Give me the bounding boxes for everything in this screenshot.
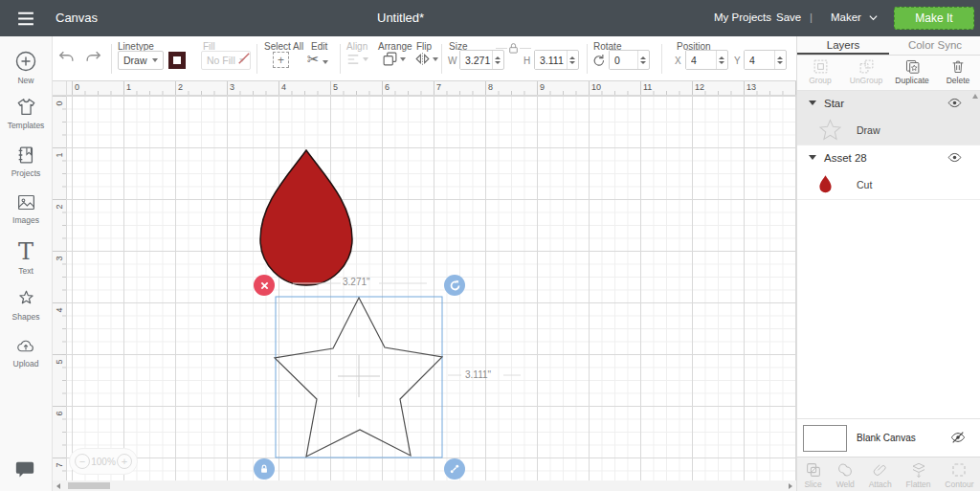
linetype-color-swatch[interactable] [168, 52, 186, 69]
sidebar-item-projects[interactable]: Projects [0, 132, 52, 180]
slice-button[interactable]: Slice [804, 458, 821, 491]
align-icon[interactable] [345, 53, 368, 66]
hamburger-menu-icon[interactable] [13, 8, 38, 29]
document-title: Untitled* [377, 11, 424, 25]
action-label: Duplicate [895, 76, 928, 85]
lock-icon [258, 463, 270, 475]
tab-layers[interactable]: Layers [797, 36, 889, 55]
trash-icon [950, 58, 966, 75]
plus-circle-icon [14, 50, 37, 73]
height-stepper[interactable] [567, 51, 577, 69]
select-all-label: Select All [264, 41, 303, 52]
image-icon [15, 192, 37, 212]
rotate-selection-handle[interactable] [444, 275, 465, 296]
height-input[interactable] [535, 51, 567, 69]
zoom-in-button[interactable]: + [117, 454, 132, 469]
sidebar-item-label: Shapes [12, 312, 40, 322]
eye-icon[interactable] [947, 96, 962, 114]
attach-button[interactable]: Attach [869, 458, 892, 491]
h-ruler-number: 4 [281, 82, 286, 92]
y-stepper[interactable] [774, 51, 785, 69]
attach-icon [873, 461, 888, 479]
linetype-value: Draw [123, 55, 147, 66]
layer-row[interactable]: Cut [797, 169, 980, 199]
contour-button[interactable]: Contour [945, 458, 973, 491]
sidebar-item-new[interactable]: New [0, 36, 52, 84]
layer-group-header[interactable]: Star [797, 91, 980, 115]
zoom-out-button[interactable]: − [75, 454, 90, 469]
lock-aspect-handle[interactable] [254, 458, 275, 480]
sidebar-item-upload[interactable]: Upload [0, 324, 52, 371]
select-all-icon[interactable]: + [273, 52, 289, 68]
scroll-left-arrow-icon[interactable] [56, 483, 60, 489]
x-position-input[interactable] [686, 51, 716, 69]
h-ruler-number: 3 [230, 82, 234, 92]
sidebar-item-images[interactable]: Images [0, 180, 52, 228]
arrange-icon[interactable] [382, 51, 406, 67]
blank-canvas-row[interactable]: Blank Canvas [797, 418, 980, 457]
canvas-grid[interactable]: 3.271" 3.111" [67, 96, 796, 480]
linetype-dropdown[interactable]: Draw [118, 51, 164, 70]
resize-selection-handle[interactable] [444, 458, 465, 480]
weld-button[interactable]: Weld [836, 458, 855, 491]
v-ruler-number: 6 [55, 408, 64, 420]
duplicate-button[interactable]: Duplicate [889, 56, 935, 90]
sidebar-item-text[interactable]: TText [0, 228, 52, 276]
v-ruler-number: 5 [55, 356, 64, 368]
scissors-edit-icon[interactable]: ✂ [307, 51, 328, 68]
layer-group-header[interactable]: Asset 28 [797, 145, 980, 169]
eye-off-icon[interactable] [950, 430, 966, 445]
undo-icon[interactable] [57, 49, 76, 67]
eye-icon[interactable] [947, 150, 962, 168]
make-it-button[interactable]: Make It [894, 7, 974, 30]
width-input[interactable] [460, 51, 492, 69]
chat-bubble-icon[interactable] [12, 460, 37, 481]
y-position-input[interactable] [745, 51, 774, 69]
header-bar: Canvas Untitled* My Projects Save | Make… [0, 0, 980, 36]
ungroup-button[interactable]: UnGroup [843, 56, 889, 90]
fill-swatch-slash-icon[interactable] [235, 50, 253, 67]
weld-icon [836, 461, 854, 479]
sidebar-item-templates[interactable]: Templates [0, 84, 52, 132]
flip-icon[interactable] [414, 51, 438, 67]
teardrop-shape[interactable] [260, 150, 352, 285]
sidebar-item-shapes[interactable]: Shapes [0, 276, 52, 324]
v-ruler-number: 2 [55, 201, 64, 213]
h-ruler-number: 0 [75, 82, 79, 92]
flatten-button[interactable]: Flatten [906, 458, 931, 491]
delete-selection-handle[interactable] [254, 275, 275, 296]
x-stepper[interactable] [716, 51, 726, 69]
size-lock-icon[interactable] [507, 42, 520, 55]
scroll-right-arrow-icon[interactable] [789, 483, 792, 489]
h-ruler-number: 7 [436, 82, 441, 92]
collapse-caret-icon[interactable] [809, 155, 816, 160]
page-title: Canvas [56, 11, 98, 25]
h-ruler-number: 9 [540, 82, 545, 92]
blank-canvas-swatch[interactable] [803, 425, 847, 452]
rotate-stepper[interactable] [637, 51, 648, 69]
layer-group-name: Asset 28 [824, 152, 867, 164]
text-icon: T [18, 240, 33, 263]
scrollbar-thumb[interactable] [68, 482, 110, 489]
layer-row[interactable]: Draw [797, 115, 980, 145]
tab-color-sync[interactable]: Color Sync [889, 36, 980, 55]
panel-scroll-up-icon[interactable] [972, 94, 978, 99]
save-link[interactable]: Save [776, 11, 801, 23]
red-drop-thumb [818, 174, 843, 194]
canvas-shapes [67, 96, 796, 480]
my-projects-link[interactable]: My Projects [714, 11, 771, 23]
delete-button[interactable]: Delete [935, 56, 980, 90]
machine-selector[interactable]: Maker [831, 11, 879, 23]
action-label: UnGroup [850, 76, 883, 85]
rotate-icon[interactable] [591, 53, 606, 67]
y-field-letter: Y [734, 56, 741, 66]
footer-tool-label: Contour [945, 480, 973, 489]
collapse-caret-icon[interactable] [809, 100, 816, 105]
horizontal-scrollbar[interactable] [53, 480, 796, 491]
zoom-control: − 100% + [69, 448, 138, 475]
group-button[interactable]: Group [797, 56, 843, 90]
redo-icon[interactable] [84, 49, 102, 67]
rotate-input[interactable] [610, 51, 637, 69]
sidebar-item-label: Text [18, 266, 33, 276]
lock-bracket-left [496, 48, 507, 54]
